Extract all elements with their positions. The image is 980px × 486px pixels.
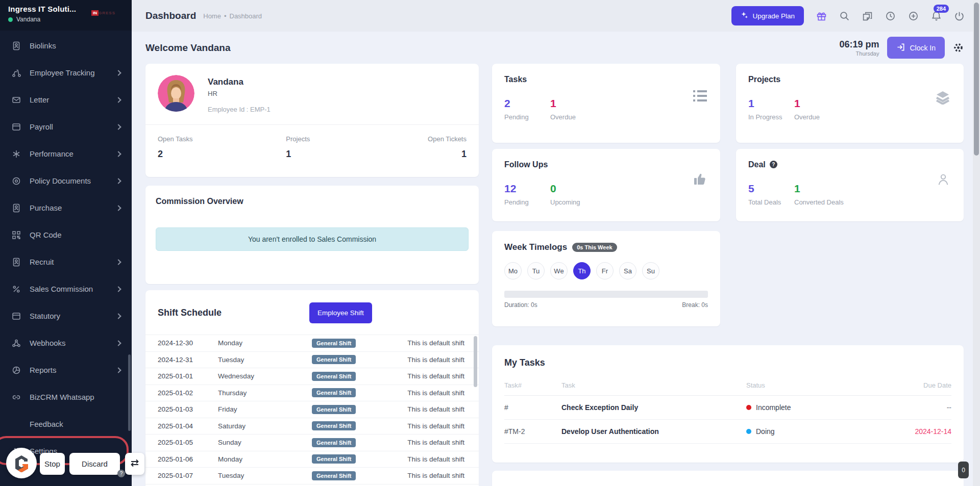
sidebar-item-statutory[interactable]: Statutory <box>0 302 132 329</box>
topbar: Dashboard Home • Dashboard Upgrade Plan … <box>132 0 980 32</box>
week-total-badge: 0s This Week <box>572 243 617 252</box>
qr-code-icon <box>11 230 21 240</box>
person-icon <box>936 172 950 189</box>
day-sa[interactable]: Sa <box>619 262 636 279</box>
chevron-right-icon <box>115 151 121 157</box>
chevron-right-icon <box>115 97 121 103</box>
sidebar-item-bizcrm-whatsapp[interactable]: BizCRM Whatsapp <box>0 383 132 411</box>
sidebar-item-recruit[interactable]: Recruit <box>0 248 132 275</box>
chevron-right-icon <box>115 286 121 292</box>
sidebar-header[interactable]: Ingress IT Soluti... Vandana IN GRESS <box>0 0 132 31</box>
breadcrumb-home[interactable]: Home <box>203 12 221 20</box>
sidebar-item-performance[interactable]: Performance <box>0 140 132 167</box>
sidebar-item-webhooks[interactable]: Webhooks <box>0 329 132 356</box>
shift-row: 2024-12-31TuesdayGeneral ShiftThis is de… <box>145 351 479 368</box>
status-dot <box>746 429 751 434</box>
day-tu[interactable]: Tu <box>527 262 545 279</box>
sidebar-item-payroll[interactable]: Payroll <box>0 113 132 140</box>
projects-card: Projects 1 In Progress 1 Overdue <box>736 64 964 143</box>
clock-icon[interactable] <box>885 11 896 21</box>
swap-button[interactable] <box>125 453 144 475</box>
profile-card: Vandana HR Employee Id : EMP-1 Open Task… <box>145 64 479 177</box>
notes-icon[interactable] <box>862 11 873 21</box>
window-icon <box>11 311 21 321</box>
employee-shift-button[interactable]: Employee Shift <box>309 302 372 323</box>
projects-inprogress-value: 1 <box>748 97 794 110</box>
day-we[interactable]: We <box>550 262 568 279</box>
sidebar-item-biolinks[interactable]: Biolinks <box>0 32 132 59</box>
breadcrumb: Home • Dashboard <box>203 12 262 20</box>
thumbs-up-icon <box>693 172 707 188</box>
notification-count-badge: 284 <box>934 5 949 13</box>
shift-type-badge: General Shift <box>312 454 356 464</box>
sidebar-item-qr-code[interactable]: QR Code <box>0 221 132 248</box>
day-su[interactable]: Su <box>642 262 659 279</box>
gift-icon[interactable] <box>816 11 827 21</box>
page-scrollbar-track[interactable] <box>973 0 980 486</box>
status-dot <box>746 405 751 410</box>
asterisk-icon <box>11 149 21 159</box>
recorder-help-icon[interactable]: ? <box>117 470 125 477</box>
id-card-icon <box>11 257 21 267</box>
sparkle-icon <box>741 11 748 20</box>
break-label: Break: 0s <box>682 301 708 309</box>
chevron-right-icon <box>115 124 121 130</box>
pie-chart-icon <box>11 365 21 375</box>
tasks-overdue-value: 1 <box>550 97 596 110</box>
shift-type-badge: General Shift <box>312 355 356 364</box>
shift-row: 2025-01-03FridayGeneral ShiftThis is def… <box>145 401 479 418</box>
sidebar-item-letter[interactable]: Letter <box>0 86 132 113</box>
task-row[interactable]: #TM-2 Develop User Authentication Doing … <box>504 420 951 444</box>
followups-upcoming-value: 0 <box>550 183 596 195</box>
deal-card: Deal? 5 Total Deals 1 Converted Deals <box>736 149 964 221</box>
sidebar-item-feedback[interactable]: Feedback <box>0 411 132 438</box>
recorder-logo[interactable] <box>6 448 37 478</box>
scooter-icon <box>11 68 21 78</box>
dashboard-settings-gear-icon[interactable] <box>953 42 964 53</box>
power-icon[interactable] <box>954 11 965 21</box>
shift-row: 2024-12-30MondayGeneral ShiftThis is def… <box>145 335 479 351</box>
deal-total-value: 5 <box>748 183 794 195</box>
counter-tab[interactable]: 0 <box>958 462 969 478</box>
chevron-right-icon <box>115 178 121 184</box>
stop-button[interactable]: Stop <box>40 453 65 475</box>
online-status-dot <box>8 17 13 22</box>
layers-icon <box>935 90 950 107</box>
discard-button[interactable]: Discard <box>69 453 120 475</box>
shift-schedule-title: Shift Schedule <box>158 308 222 318</box>
chevron-right-icon <box>115 340 121 346</box>
shift-type-badge: General Shift <box>312 438 356 447</box>
bell-icon[interactable]: 284 <box>931 11 942 21</box>
commission-title: Commission Overview <box>156 197 469 206</box>
sidebar-item-employee-tracking[interactable]: Employee Tracking <box>0 59 132 86</box>
breadcrumb-separator: • <box>224 12 227 20</box>
profile-role: HR <box>208 90 271 97</box>
current-day: Thursday <box>839 50 879 57</box>
page-scrollbar-thumb[interactable] <box>974 3 979 156</box>
sidebar-item-reports[interactable]: Reports <box>0 356 132 383</box>
day-fr[interactable]: Fr <box>596 262 614 279</box>
sidebar-item-purchase[interactable]: Purchase <box>0 194 132 221</box>
task-list-icon <box>693 90 707 104</box>
shift-row: 2025-01-05SundayGeneral ShiftThis is def… <box>145 434 479 451</box>
shift-row: 2025-01-04SaturdayGeneral ShiftThis is d… <box>145 418 479 434</box>
tasks-pending-value: 2 <box>504 97 550 110</box>
search-icon[interactable] <box>839 11 850 21</box>
profile-name: Vandana <box>208 77 271 87</box>
deal-help-icon[interactable]: ? <box>770 161 777 168</box>
window-icon <box>11 122 21 132</box>
clock-in-button[interactable]: Clock In <box>887 37 945 59</box>
upgrade-plan-button[interactable]: Upgrade Plan <box>731 6 804 25</box>
sidebar-item-policy-documents[interactable]: Policy Documents <box>0 167 132 194</box>
plus-circle-icon[interactable] <box>908 11 919 21</box>
avatar <box>158 75 194 112</box>
shift-scrollbar-thumb[interactable] <box>474 336 477 387</box>
day-mo[interactable]: Mo <box>504 262 522 279</box>
id-card-icon <box>11 203 21 213</box>
sidebar: Ingress IT Soluti... Vandana IN GRESS Bi… <box>0 0 132 486</box>
timelog-progress-bar <box>504 291 708 298</box>
day-th-active[interactable]: Th <box>573 262 591 279</box>
task-row[interactable]: # Check Exception Daily Incomplete -- <box>504 396 951 420</box>
sidebar-item-sales-commission[interactable]: Sales Commission <box>0 275 132 302</box>
sidebar-scrollbar-thumb[interactable] <box>128 354 131 431</box>
